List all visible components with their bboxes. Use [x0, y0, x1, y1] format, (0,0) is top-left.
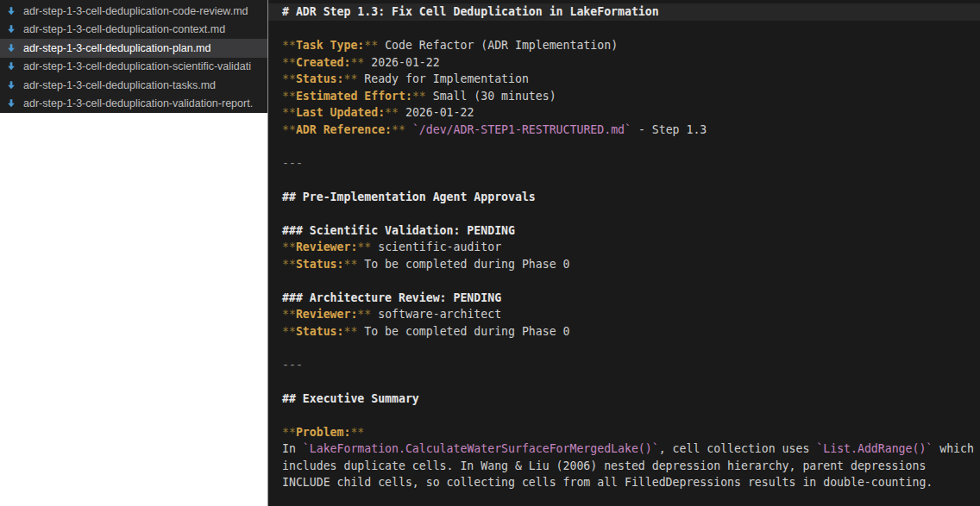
- md-token-punct: **: [282, 56, 296, 69]
- md-token-h: # ADR Step 1.3: Fix Cell Deduplication i…: [282, 5, 659, 18]
- editor-line-15: **Reviewer:** scientific-auditor: [268, 239, 980, 256]
- editor-current-line: # ADR Step 1.3: Fix Cell Deduplication i…: [268, 3, 980, 21]
- list-item-5[interactable]: adr-step-1-3-cell-deduplication-tasks.md: [0, 76, 267, 95]
- md-token-punct: **: [282, 258, 296, 271]
- md-token-punct: **: [282, 106, 296, 119]
- md-token-punct: **: [282, 90, 296, 103]
- md-token-text: INCLUDE child cells, so collecting cells…: [282, 476, 933, 489]
- editor-line-21: [268, 340, 980, 357]
- md-token-hr: ---: [282, 157, 303, 170]
- editor-pane[interactable]: # ADR Step 1.3: Fix Cell Deduplication i…: [267, 0, 980, 506]
- editor-line-27: In `LakeFormation.CalculateWaterSurfaceF…: [268, 440, 980, 458]
- file-name: adr-step-1-3-cell-deduplication-validati…: [23, 97, 253, 109]
- md-token-label: Status:: [296, 325, 344, 338]
- md-token-h: ### Architecture Review: PENDING: [282, 291, 501, 304]
- editor-line-2: [268, 21, 980, 38]
- editor-line-18: ### Architecture Review: PENDING: [268, 290, 980, 307]
- md-token-h: ### Scientific Validation: PENDING: [282, 224, 515, 237]
- md-token-label: Last Updated:: [296, 106, 385, 119]
- list-item-1[interactable]: adr-step-1-3-cell-deduplication-code-rev…: [0, 2, 267, 21]
- md-token-punct: **: [282, 325, 296, 338]
- download-arrow-icon: [6, 98, 16, 109]
- file-name: adr-step-1-3-cell-deduplication-context.…: [23, 23, 225, 35]
- md-token-code: `/dev/ADR-STEP1-RESTRUCTURED.md`: [412, 123, 631, 136]
- file-name: adr-step-1-3-cell-deduplication-scientif…: [23, 60, 251, 72]
- md-token-punct: **: [350, 56, 364, 69]
- md-token-label: Status:: [296, 258, 344, 271]
- md-token-punct: **: [385, 106, 399, 119]
- file-name: adr-step-1-3-cell-deduplication-tasks.md: [23, 79, 216, 91]
- editor-line-25: [268, 407, 980, 424]
- editor-line-14: ### Scientific Validation: PENDING: [268, 222, 980, 240]
- md-token-text: software-architect: [371, 308, 501, 321]
- md-token-text: Ready for Implementation: [357, 72, 529, 85]
- md-token-punct: **: [282, 72, 296, 85]
- md-token-label: Status:: [296, 72, 344, 85]
- md-token-text: Code Refactor (ADR Implementation): [378, 39, 618, 52]
- editor-line-26: **Problem:**: [268, 424, 980, 441]
- editor-line-20: **Status:** To be completed during Phase…: [268, 323, 980, 340]
- md-token-punct: **: [392, 123, 405, 136]
- md-token-punct: **: [343, 325, 357, 338]
- editor-line-9: [268, 138, 980, 155]
- editor-line-22: ---: [268, 357, 980, 374]
- file-list: adr-step-1-3-cell-deduplication-code-rev…: [0, 0, 267, 113]
- editor-line-29: INCLUDE child cells, so collecting cells…: [268, 474, 980, 491]
- file-name: adr-step-1-3-cell-deduplication-code-rev…: [23, 5, 248, 17]
- md-token-punct: **: [282, 241, 296, 253]
- file-name: adr-step-1-3-cell-deduplication-plan.md: [23, 42, 210, 54]
- download-arrow-icon: [6, 24, 16, 34]
- md-token-text: includes duplicate cells. In Wang & Liu …: [282, 459, 926, 472]
- md-token-text: scientific-auditor: [371, 241, 501, 253]
- editor-line-28: includes duplicate cells. In Wang & Liu …: [268, 458, 980, 475]
- md-token-punct: **: [282, 123, 296, 136]
- download-arrow-icon: [6, 43, 16, 53]
- editor-line-11: [268, 172, 980, 189]
- md-token-punct: **: [282, 426, 296, 439]
- md-token-label: Reviewer:: [296, 308, 357, 321]
- list-item-3[interactable]: adr-step-1-3-cell-deduplication-plan.md: [0, 39, 267, 58]
- editor-line-19: **Reviewer:** software-architect: [268, 306, 980, 323]
- list-item-6[interactable]: adr-step-1-3-cell-deduplication-validati…: [0, 95, 267, 114]
- md-token-punct: **: [282, 39, 296, 52]
- download-arrow-icon: [6, 80, 16, 91]
- md-token-text: Small (30 minutes): [426, 90, 556, 103]
- md-token-label: Reviewer:: [296, 241, 357, 253]
- md-token-text: To be completed during Phase 0: [357, 325, 569, 338]
- md-token-text: 2026-01-22: [364, 56, 439, 69]
- editor-line-10: ---: [268, 155, 980, 172]
- md-token-h: ## Executive Summary: [282, 392, 419, 405]
- md-token-code: `List.AddRange()`: [816, 442, 933, 455]
- list-item-2[interactable]: adr-step-1-3-cell-deduplication-context.…: [0, 21, 267, 40]
- md-token-hr: ---: [282, 359, 303, 372]
- editor-line-6: **Estimated Effort:** Small (30 minutes): [268, 88, 980, 105]
- list-item-4[interactable]: adr-step-1-3-cell-deduplication-scientif…: [0, 58, 267, 77]
- md-token-punct: **: [350, 426, 364, 439]
- md-token-label: Task Type:: [296, 39, 364, 52]
- md-token-punct: **: [343, 258, 357, 271]
- editor-line-16: **Status:** To be completed during Phase…: [268, 256, 980, 273]
- md-token-text: , cell collection uses: [659, 442, 817, 455]
- editor-line-3: **Task Type:** Code Refactor (ADR Implem…: [268, 37, 980, 54]
- md-token-text: 2026-01-22: [399, 106, 474, 119]
- md-token-label: ADR Reference:: [296, 123, 392, 136]
- download-arrow-icon: [6, 61, 16, 72]
- md-token-text: - Step 1.3: [631, 123, 707, 136]
- editor-line-12: ## Pre-Implementation Agent Approvals: [268, 189, 980, 206]
- editor-line-23: [268, 373, 980, 390]
- editor-line-5: **Status:** Ready for Implementation: [268, 71, 980, 88]
- md-token-punct: **: [282, 308, 296, 321]
- md-token-h: ## Pre-Implementation Agent Approvals: [282, 191, 536, 203]
- md-token-code: `LakeFormation.CalculateWaterSurfaceForM…: [303, 442, 659, 455]
- md-token-label: Created:: [296, 56, 351, 69]
- editor-line-17: [268, 272, 980, 290]
- editor-line-24: ## Executive Summary: [268, 390, 980, 408]
- md-token-text: In: [282, 442, 303, 455]
- editor-line-7: **Last Updated:** 2026-01-22: [268, 104, 980, 122]
- md-token-punct: **: [364, 39, 378, 52]
- md-token-text: To be completed during Phase 0: [357, 258, 569, 271]
- md-token-punct: **: [412, 90, 426, 103]
- md-token-label: Estimated Effort:: [296, 90, 412, 103]
- editor-line-13: [268, 205, 980, 222]
- md-token-label: Problem:: [296, 426, 351, 439]
